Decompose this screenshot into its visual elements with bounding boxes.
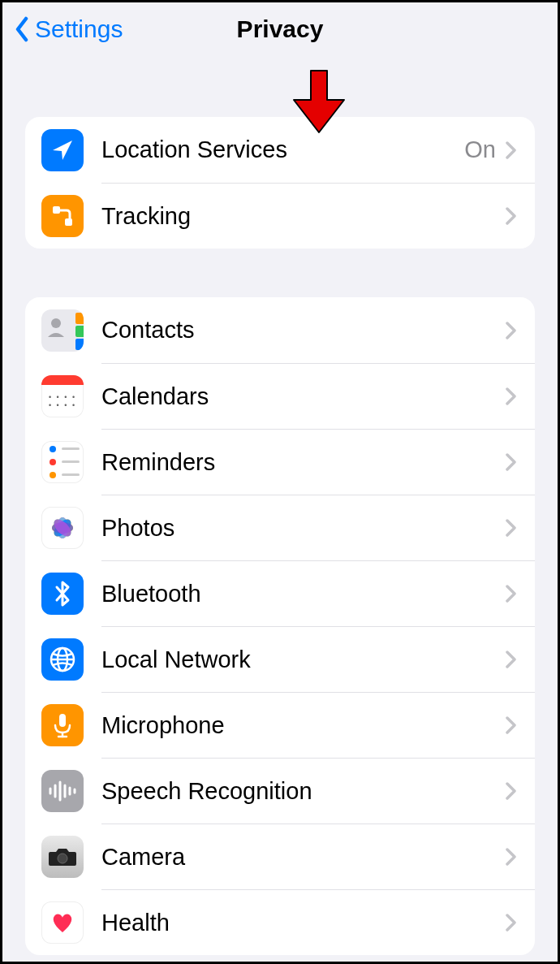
chevron-right-icon [506, 848, 517, 866]
photos-icon [41, 507, 84, 549]
row-label: Calendars [101, 383, 506, 410]
svg-rect-14 [59, 714, 66, 727]
back-button[interactable]: Settings [14, 15, 123, 43]
settings-group-location: Location Services On Tracking [25, 117, 535, 249]
heart-icon [41, 901, 84, 944]
annotation-down-arrow-icon [291, 69, 347, 134]
contacts-icon [41, 309, 84, 352]
reminders-icon [41, 441, 84, 483]
row-label: Reminders [101, 449, 506, 476]
chevron-left-icon [14, 16, 30, 42]
row-location-services[interactable]: Location Services On [25, 117, 535, 183]
row-label: Location Services [101, 136, 464, 163]
row-label: Photos [101, 515, 506, 542]
row-label: Bluetooth [101, 581, 506, 607]
chevron-right-icon [506, 453, 517, 471]
settings-group-privacy: Contacts • • • •• • • • Calendars Remind… [25, 297, 535, 955]
row-label: Camera [101, 844, 506, 871]
waveform-icon [41, 770, 84, 812]
nav-bar: Settings Privacy [2, 2, 558, 56]
row-calendars[interactable]: • • • •• • • • Calendars [25, 363, 535, 429]
row-contacts[interactable]: Contacts [25, 297, 535, 363]
row-label: Speech Recognition [101, 778, 506, 805]
microphone-icon [41, 704, 84, 746]
row-value: On [464, 136, 496, 163]
svg-rect-1 [65, 218, 72, 226]
row-label: Microphone [101, 712, 506, 739]
row-label: Local Network [101, 646, 506, 673]
svg-point-2 [51, 318, 61, 328]
row-bluetooth[interactable]: Bluetooth [25, 560, 535, 626]
chevron-right-icon [506, 141, 517, 159]
row-microphone[interactable]: Microphone [25, 692, 535, 758]
chevron-right-icon [506, 782, 517, 800]
chevron-right-icon [506, 651, 517, 668]
page-title: Privacy [237, 15, 324, 43]
row-camera[interactable]: Camera [25, 824, 535, 889]
row-photos[interactable]: Photos [25, 495, 535, 560]
row-label: Contacts [101, 317, 506, 344]
camera-icon [41, 836, 84, 878]
chevron-right-icon [506, 716, 517, 734]
back-label: Settings [35, 15, 123, 43]
row-reminders[interactable]: Reminders [25, 429, 535, 495]
chevron-right-icon [506, 914, 517, 932]
row-speech[interactable]: Speech Recognition [25, 758, 535, 824]
bluetooth-icon [41, 573, 84, 615]
location-icon [41, 129, 84, 171]
chevron-right-icon [506, 322, 517, 339]
chevron-right-icon [506, 585, 517, 603]
row-health[interactable]: Health [25, 889, 535, 955]
row-local-network[interactable]: Local Network [25, 626, 535, 692]
row-label: Tracking [101, 203, 506, 230]
calendar-icon: • • • •• • • • [41, 375, 84, 417]
chevron-right-icon [506, 207, 517, 225]
chevron-right-icon [506, 519, 517, 537]
row-label: Health [101, 910, 506, 936]
svg-point-23 [58, 854, 67, 863]
tracking-icon [41, 195, 84, 237]
chevron-right-icon [506, 387, 517, 405]
row-tracking[interactable]: Tracking [25, 183, 535, 249]
globe-icon [41, 638, 84, 681]
